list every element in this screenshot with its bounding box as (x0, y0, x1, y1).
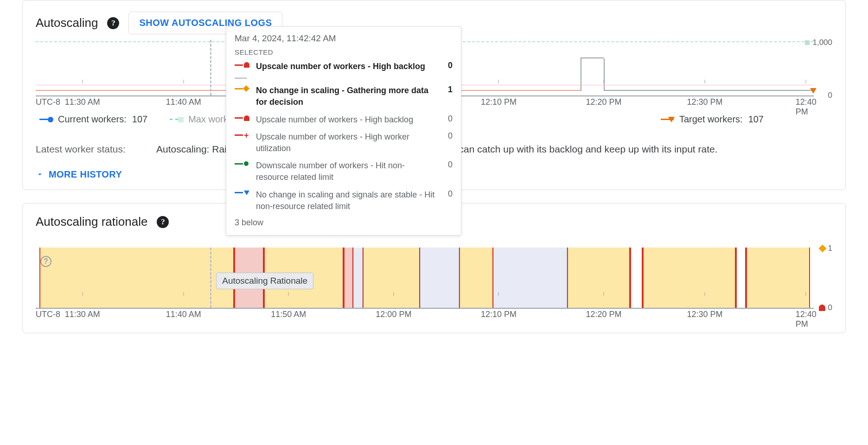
x-tick: 12:40 PM (796, 97, 817, 117)
orange-triangle-icon (661, 119, 674, 120)
tooltip-row: + Upscale number of workers - High worke… (235, 131, 453, 154)
y-one-label: 1 (820, 244, 832, 253)
rationale-band (353, 248, 363, 308)
blue-circle-icon (39, 119, 52, 120)
rationale-band (630, 248, 643, 308)
red-plus-icon: + (235, 133, 249, 138)
x-tick: 12:20 PM (586, 310, 621, 319)
y-zero-label: 0 (828, 91, 832, 100)
chevron-down-icon (36, 170, 44, 178)
tooltip-row: No change in scaling and signals are sta… (235, 189, 453, 212)
red-bell-icon (235, 115, 249, 121)
help-icon[interactable]: ? (157, 216, 169, 228)
rationale-title: Autoscaling rationale (36, 215, 147, 229)
workers-line-seg3 (604, 90, 814, 91)
rationale-band (420, 248, 459, 308)
rationale-band (363, 248, 420, 308)
tooltip-row: Upscale number of workers - High backlog… (235, 114, 453, 126)
x-tick: 12:40 PM (796, 310, 817, 329)
x-tick: 12:00 PM (376, 310, 411, 319)
rationale-x-axis: UTC-8 11:30 AM 11:40 AM 11:50 AM 12:00 P… (36, 310, 814, 322)
orange-diamond-icon (235, 86, 249, 91)
chart-cursor[interactable] (210, 40, 211, 95)
diamond-marker-icon (818, 245, 826, 253)
autoscaling-card: Autoscaling ? SHOW AUTOSCALING LOGS (22, 0, 846, 190)
autoscaling-title: Autoscaling (36, 16, 98, 30)
y-zero-label: 0 (819, 303, 832, 312)
x-tick: 11:40 AM (166, 97, 201, 107)
x-tick: 12:30 PM (687, 97, 723, 107)
x-tick: 11:50 AM (271, 310, 306, 319)
tooltip-more-below: 3 below (235, 218, 453, 228)
timezone-label: UTC-8 (36, 97, 60, 107)
chart-tooltip: Mar 4, 2024, 11:42:42 AM SELECTED Upscal… (226, 26, 461, 235)
blue-triangle-icon (235, 191, 249, 195)
rationale-band (39, 248, 234, 308)
tooltip-timestamp: Mar 4, 2024, 11:42:42 AM (235, 33, 453, 44)
bell-marker-icon (819, 305, 825, 311)
x-tick: 12:30 PM (687, 310, 723, 319)
x-tick: 12:10 PM (481, 97, 517, 107)
rationale-band (567, 248, 630, 308)
tooltip-selected-label: SELECTED (235, 48, 453, 56)
target-triangle-marker (810, 88, 817, 94)
x-tick: 12:20 PM (586, 97, 621, 107)
legend-current-workers[interactable]: Current workers: 107 (39, 114, 147, 125)
rationale-band (493, 248, 567, 308)
status-label: Latest worker status: (36, 141, 138, 157)
rationale-band (459, 248, 493, 308)
legend-target-workers[interactable]: Target workers: 107 (661, 114, 764, 125)
x-tick: 11:30 AM (65, 310, 100, 319)
x-tick: 11:30 AM (65, 97, 100, 107)
workers-line-fall (604, 58, 605, 91)
rationale-plot-area[interactable]: ? Autoscaling Rationale (36, 248, 814, 309)
workers-line-seg2 (581, 57, 604, 58)
rationale-band (736, 248, 746, 308)
rationale-hint-bubble: Autoscaling Rationale (216, 273, 313, 289)
tooltip-row: No change in scaling - Gathering more da… (235, 85, 453, 108)
square-marker-icon (805, 40, 810, 45)
green-dot-icon (235, 161, 249, 166)
timezone-label: UTC-8 (36, 310, 60, 319)
rationale-band (746, 248, 810, 308)
tooltip-row: Downscale number of workers - Hit non-re… (235, 160, 453, 183)
workers-line-rise (581, 58, 581, 91)
tooltip-separator (235, 78, 247, 78)
teal-square-icon (170, 119, 183, 120)
rationale-band (643, 248, 736, 308)
tooltip-row: Upscale number of workers - High backlog… (235, 61, 453, 72)
rationale-band (344, 248, 353, 308)
rationale-chart[interactable]: ? Autoscaling Rationale 1 (36, 248, 832, 322)
help-icon[interactable]: ? (107, 17, 119, 29)
chart-cursor[interactable] (210, 248, 211, 308)
x-tick: 11:40 AM (166, 310, 201, 319)
x-tick: 12:10 PM (481, 310, 517, 319)
question-icon[interactable]: ? (40, 256, 51, 267)
more-history-button[interactable]: MORE HISTORY (36, 169, 122, 180)
red-bell-icon (235, 62, 249, 68)
y-max-label: 1,000 (805, 38, 832, 47)
